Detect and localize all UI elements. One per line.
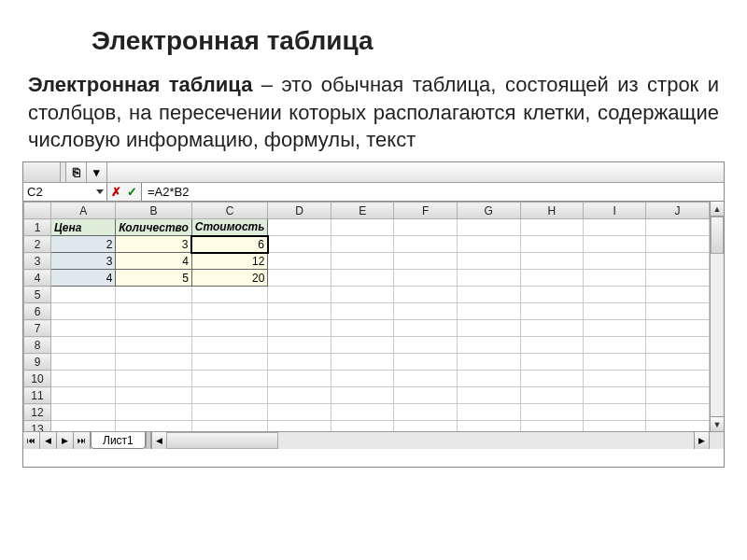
cell[interactable] — [116, 421, 191, 432]
cell[interactable] — [457, 371, 520, 387]
cell[interactable] — [646, 236, 709, 253]
cell[interactable] — [394, 387, 457, 404]
cell[interactable] — [457, 219, 520, 236]
cell[interactable] — [646, 320, 709, 337]
cell[interactable] — [116, 354, 191, 371]
cell[interactable] — [394, 320, 457, 337]
cell[interactable] — [331, 371, 394, 387]
col-header[interactable]: G — [457, 203, 520, 219]
cell[interactable] — [394, 354, 457, 371]
cell[interactable] — [394, 236, 457, 253]
cell[interactable] — [268, 236, 331, 253]
cell[interactable] — [268, 320, 331, 337]
cell[interactable] — [331, 320, 394, 337]
cell[interactable] — [268, 404, 331, 421]
cell[interactable] — [646, 404, 709, 421]
cell[interactable] — [50, 371, 115, 387]
cell[interactable] — [191, 303, 268, 320]
cell[interactable] — [646, 219, 709, 236]
cell[interactable] — [457, 421, 520, 432]
cell[interactable] — [394, 253, 457, 270]
col-header[interactable]: E — [331, 203, 394, 219]
cell[interactable] — [457, 320, 520, 337]
cell[interactable] — [394, 371, 457, 387]
cell[interactable] — [50, 287, 115, 303]
cell[interactable] — [50, 387, 115, 404]
cell[interactable] — [268, 253, 331, 270]
cell[interactable] — [116, 303, 191, 320]
cell[interactable] — [50, 320, 115, 337]
cell[interactable] — [584, 303, 646, 320]
cell[interactable] — [520, 287, 584, 303]
cell[interactable]: 2 — [50, 236, 115, 253]
dropdown-icon[interactable] — [96, 189, 104, 194]
select-all-corner[interactable] — [24, 203, 51, 219]
cell[interactable] — [50, 337, 115, 354]
col-header[interactable]: D — [268, 203, 331, 219]
cell[interactable] — [191, 371, 268, 387]
cell[interactable] — [520, 404, 584, 421]
col-header[interactable]: B — [116, 203, 191, 219]
scroll-track[interactable] — [166, 432, 694, 449]
cell[interactable] — [268, 337, 331, 354]
cell[interactable] — [394, 303, 457, 320]
cell[interactable] — [331, 354, 394, 371]
cell[interactable] — [646, 354, 709, 371]
sheet-tab[interactable]: Лист1 — [91, 432, 146, 449]
cell[interactable] — [646, 253, 709, 270]
cell[interactable] — [457, 387, 520, 404]
cell[interactable] — [520, 421, 584, 432]
row-header[interactable]: 4 — [24, 270, 51, 287]
cell[interactable] — [331, 404, 394, 421]
cell[interactable] — [584, 354, 646, 371]
cell[interactable]: Цена — [50, 219, 115, 236]
row-header[interactable]: 6 — [24, 303, 51, 320]
cell[interactable] — [457, 253, 520, 270]
scroll-thumb[interactable] — [166, 432, 278, 449]
cell[interactable] — [394, 404, 457, 421]
cell[interactable] — [520, 354, 584, 371]
cell[interactable] — [646, 337, 709, 354]
cell[interactable] — [116, 337, 191, 354]
horizontal-scrollbar[interactable]: ◀ ▶ — [151, 432, 709, 449]
cell[interactable] — [646, 270, 709, 287]
cell[interactable]: 12 — [191, 253, 268, 270]
row-header[interactable]: 8 — [24, 337, 51, 354]
cancel-icon[interactable]: ✗ — [111, 185, 121, 199]
cell[interactable]: 20 — [191, 270, 268, 287]
cell[interactable] — [394, 337, 457, 354]
scroll-right-icon[interactable]: ▶ — [694, 432, 709, 449]
cell[interactable] — [268, 421, 331, 432]
cell[interactable] — [50, 354, 115, 371]
cell[interactable] — [457, 404, 520, 421]
cell[interactable] — [520, 303, 584, 320]
row-header[interactable]: 5 — [24, 287, 51, 303]
cell[interactable] — [646, 387, 709, 404]
cell[interactable] — [457, 236, 520, 253]
cell[interactable] — [584, 270, 646, 287]
cell[interactable] — [584, 219, 646, 236]
cell[interactable] — [584, 387, 646, 404]
cell[interactable] — [331, 219, 394, 236]
col-header[interactable]: I — [584, 203, 646, 219]
cell[interactable] — [331, 387, 394, 404]
cell[interactable] — [584, 337, 646, 354]
toolbar-button[interactable]: ▾ — [87, 162, 107, 182]
cell[interactable] — [584, 236, 646, 253]
cell-grid[interactable]: A B C D E F G H I J 1 Цена Количество Ст… — [23, 202, 710, 431]
row-header[interactable]: 11 — [24, 387, 51, 404]
scroll-up-icon[interactable]: ▲ — [711, 202, 724, 217]
cell[interactable] — [394, 219, 457, 236]
cell[interactable]: 3 — [50, 253, 115, 270]
cell[interactable] — [520, 320, 584, 337]
cell[interactable] — [520, 270, 584, 287]
cell[interactable] — [191, 354, 268, 371]
cell[interactable] — [268, 387, 331, 404]
cell[interactable] — [584, 421, 646, 432]
enter-icon[interactable]: ✓ — [127, 185, 137, 199]
cell[interactable] — [394, 421, 457, 432]
cell[interactable] — [520, 371, 584, 387]
cell[interactable] — [331, 236, 394, 253]
cell[interactable] — [268, 270, 331, 287]
cell[interactable] — [584, 404, 646, 421]
